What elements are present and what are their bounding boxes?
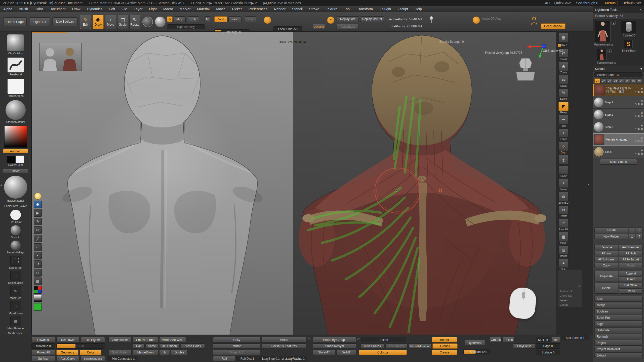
menu-layer[interactable]: Layer [131,7,146,11]
polyframe-button[interactable]: ▩PolyF [558,232,569,244]
clone-texture-button[interactable]: Clone Txtr [558,293,582,298]
zremesher-button[interactable]: ZRemesher [108,337,132,342]
alternate-color-button[interactable]: Alternate [3,149,28,154]
tab-v1[interactable]: V1 [594,78,600,83]
replay-last-button[interactable]: ReplayLast [337,16,359,22]
masklasso-brush-thumb[interactable]: ◌ [10,301,21,311]
rename-button[interactable]: Rename [594,245,618,250]
visible-count-slider[interactable]: Visible Count 13 [594,72,642,77]
all-low-button[interactable]: All Low [594,251,618,256]
persp-button[interactable]: ◩Persp [558,102,569,114]
crease-toggle[interactable]: Crease [432,350,457,355]
zoom3d-button[interactable]: ⊛ZoomSD [558,192,569,204]
aahalf-button[interactable]: ½AAHalf [558,88,569,101]
mrgb-toggle[interactable]: Mrgb [174,16,186,22]
menu-alpha[interactable]: Alpha [0,7,16,11]
menu-picker[interactable]: Picker [229,7,245,11]
meshproject-brush-label[interactable]: MeshProject [8,332,23,335]
zadd-toggle[interactable]: Zadd [214,16,227,22]
cylinder3d-tool-thumb[interactable] [621,21,636,33]
menu-color[interactable]: Color [31,7,46,11]
section-bevel-pro[interactable]: Bevel Pro [594,315,642,321]
eye-icon[interactable]: ◉ [641,112,643,114]
claybuildup-brush-thumb[interactable] [7,34,24,51]
same-button[interactable]: Same [146,343,158,349]
smoothvalleys-brush-thumb[interactable] [11,241,21,251]
surface-slider[interactable]: Surface 0 [536,350,560,355]
right-tray-collapse-arrow[interactable]: ◂ [588,182,589,186]
menu-marker[interactable]: Marker [176,7,194,11]
move-to-bottom-button[interactable]: ↧ [636,234,642,239]
dynamesh-button[interactable]: DynaMesh [465,340,485,345]
polish-by-groups-radio-dot[interactable] [357,338,360,341]
color-palette-button[interactable] [34,286,42,294]
menu-texture[interactable]: Texture [323,7,341,11]
trash-button[interactable]: ⊟ [34,269,42,277]
flat-color-thumb[interactable] [10,210,21,220]
fabiopaiva-clay-label[interactable]: FabioPaiva_Clay2 [4,204,27,208]
del-higher-button[interactable]: Del Higher [81,337,105,342]
m-toggle[interactable]: M [204,16,210,22]
local-sym-button[interactable]: ◐L.Sym [558,128,569,141]
groups-toggle[interactable]: Groups [432,343,458,349]
menus-button[interactable]: Menus [603,1,618,5]
roll-button[interactable]: Roll [213,356,235,361]
female-anatomy-tool-thumb-2[interactable] [597,49,607,60]
camera-gizmo-bust[interactable] [514,57,537,82]
frame-button[interactable]: ▢Frame [558,165,569,177]
visibility-eye-button[interactable]: ◉ [34,201,42,208]
selectrect-brush-thumb[interactable] [10,256,21,266]
eye-icon[interactable]: ◉ [641,99,643,102]
colorize-button[interactable]: Colorize [359,350,407,355]
inflate-slider[interactable]: Inflate [361,337,406,342]
claypolish-button[interactable]: ClayPolish [513,343,535,349]
texture-export-button[interactable]: Export [558,302,582,307]
section-boolean[interactable]: Boolean [594,308,642,314]
move-mode-button[interactable]: +Move [105,15,116,29]
menu-brush[interactable]: Brush [16,7,31,11]
tab-v5[interactable]: V5 [619,78,624,83]
subtool-down-button[interactable]: ↓ [636,228,642,233]
document-thumbnail[interactable] [39,43,82,71]
section-align[interactable]: Align [594,321,642,327]
rotate-canvas-button[interactable]: ↻Rotate [558,205,569,217]
texture-import-button[interactable]: Import [558,298,582,302]
copy-button[interactable]: Copy [594,263,618,268]
solo-button[interactable]: ●Solo [558,259,569,271]
zsub-toggle[interactable]: Zsub [228,16,242,22]
menu-stencil[interactable]: Stencil [289,7,306,11]
subtool-row-step1[interactable]: Step 1 ◉✎ ◧ ▦ [593,96,644,109]
dynamesh-groups-button[interactable]: Groups [490,337,502,342]
eraser-tool-button[interactable]: ▭ [34,243,42,251]
paste-button[interactable]: Paste [619,263,642,268]
polish-by-groups-button[interactable]: Polish By Groups [313,337,356,342]
actual-button[interactable]: 1:1Actual [558,75,569,87]
move-canvas-button[interactable]: +Move [558,179,569,191]
subtool-up-button[interactable]: ↑ [629,228,635,233]
bpr-render-button[interactable]: ▦ [558,33,569,42]
accucurve-button[interactable]: AccuCurve [56,356,79,361]
menu-render[interactable]: Render [271,7,289,11]
del-hidden-button[interactable]: Del Hidden [159,343,179,349]
min-button[interactable]: Min [552,337,560,342]
section-distribute[interactable]: Distribute [594,327,642,333]
delete-button[interactable]: Delete [594,283,618,294]
menu-preferences[interactable]: Preferences [245,7,270,11]
menu-transform[interactable]: Transform [354,7,376,11]
menu-file[interactable]: File [118,7,131,11]
max-slider[interactable]: Max 25 [536,337,550,342]
deepshadow-button[interactable]: DeepShadow [541,23,566,29]
zoom-button[interactable]: ⊕Zoom [558,62,569,74]
section-project-basrelief[interactable]: Project BasRelief [594,346,642,352]
default-zscript-button[interactable]: DefaultZScr [622,1,641,5]
close-icon[interactable]: ✕ [639,8,642,12]
startup-material-thumb[interactable] [6,100,26,120]
menu-macro[interactable]: Macro [160,7,176,11]
section-extract[interactable]: Extract [594,352,642,358]
maskpen-brush-thumb[interactable]: ✎ [10,286,21,296]
current-brush-preview[interactable] [155,17,166,27]
del-all-button[interactable]: Del All [619,288,642,294]
store-mt-button[interactable]: StoreMT [313,350,335,355]
lazystep-slider[interactable]: LazyStep 0.1 [259,356,283,361]
selectlasso-brush-thumb[interactable]: ◌ [10,271,21,281]
